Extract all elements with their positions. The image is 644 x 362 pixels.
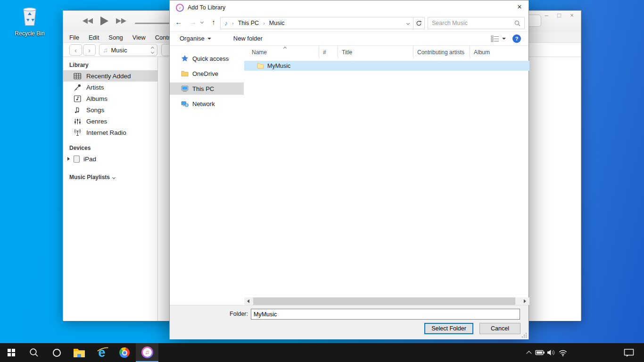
menu-file[interactable]: File [69, 34, 84, 41]
dialog-close-button[interactable]: × [513, 0, 526, 14]
file-list: Name # Title Contributing artists Album [244, 46, 529, 297]
music-playlists-header[interactable]: Music Playlists [69, 174, 157, 181]
itunes-sidebar: Library Recently Added Artists [63, 57, 158, 321]
column-header-album[interactable]: Album [470, 46, 529, 58]
breadcrumb-separator: › [232, 20, 234, 26]
sidebar-item-internet-radio[interactable]: Internet Radio [63, 127, 157, 138]
folder-name-input[interactable] [251, 309, 520, 320]
search-box[interactable] [428, 17, 525, 29]
itunes-taskbar-button[interactable]: ♫ [136, 343, 158, 362]
sidebar-item-albums[interactable]: Albums [63, 93, 157, 104]
close-button[interactable]: × [569, 12, 575, 19]
nav-item-onedrive[interactable]: OneDrive [170, 67, 244, 80]
sidebar-item-artists[interactable]: Artists [63, 82, 157, 93]
this-pc-icon [181, 85, 189, 92]
show-hidden-icons-button[interactable] [524, 343, 534, 362]
refresh-button[interactable] [413, 17, 425, 29]
dialog-navbar: ← → ↑ ♪ › This PC › Music [170, 15, 528, 32]
nav-item-this-pc[interactable]: This PC [170, 82, 244, 95]
battery-icon [535, 348, 545, 357]
folder-label: Folder: [170, 311, 248, 317]
volume-tray-icon[interactable] [546, 343, 556, 362]
star-icon [181, 55, 189, 62]
start-button[interactable] [0, 343, 23, 362]
dialog-left-pane: Quick access OneDrive This PC [170, 46, 244, 297]
caret-down-icon [207, 38, 211, 40]
itunes-forward-button[interactable]: › [83, 44, 96, 56]
menu-edit[interactable]: Edit [84, 34, 104, 41]
organise-button[interactable]: Organise [180, 35, 211, 42]
file-row-mymusic[interactable]: MyMusic [244, 61, 529, 71]
details-view-icon [491, 35, 499, 42]
network-tray-icon[interactable] [557, 343, 569, 362]
back-button[interactable]: ← [173, 18, 184, 26]
menu-song[interactable]: Song [104, 34, 127, 41]
address-bar[interactable]: ♪ › This PC › Music [220, 17, 413, 29]
expander-icon[interactable] [67, 157, 70, 161]
taskbar: e ♫ [0, 343, 644, 362]
column-header-contributing-artists[interactable]: Contributing artists [413, 46, 470, 58]
nav-item-quick-access[interactable]: Quick access [170, 52, 244, 65]
up-button[interactable]: ↑ [208, 18, 219, 26]
file-explorer-button[interactable] [68, 343, 91, 362]
sidebar-item-songs[interactable]: Songs [63, 104, 157, 115]
taskbar-search-button[interactable] [23, 343, 45, 362]
library-header: Library [69, 62, 157, 68]
dialog-toolbar: Organise New folder ? [170, 32, 528, 46]
help-button[interactable]: ? [512, 34, 521, 43]
add-to-library-dialog: ♪ Add To Library × ← → ↑ ♪ › This PC › M… [169, 0, 529, 339]
select-folder-button[interactable]: Select Folder [424, 323, 473, 334]
cortana-button[interactable] [45, 343, 68, 362]
network-icon [181, 100, 189, 107]
search-icon [29, 348, 39, 357]
file-explorer-icon [73, 348, 85, 358]
sidebar-item-recently-added[interactable]: Recently Added [63, 70, 157, 82]
breadcrumb-music[interactable]: Music [269, 20, 285, 26]
play-icon[interactable] [100, 16, 109, 26]
microphone-icon [74, 83, 82, 91]
fast-forward-icon[interactable] [116, 17, 127, 25]
radio-tower-icon [74, 129, 82, 137]
grid-icon [74, 72, 82, 80]
wifi-icon [558, 348, 568, 357]
dialog-title: Add To Library [188, 4, 225, 11]
search-input[interactable] [432, 20, 514, 26]
itunes-dialog-icon: ♪ [176, 4, 184, 12]
view-mode-button[interactable] [491, 35, 506, 42]
scrollbar-thumb[interactable] [253, 297, 515, 305]
recycle-bin-icon [20, 6, 40, 27]
itunes-back-button[interactable]: ‹ [69, 44, 82, 56]
dialog-titlebar: ♪ Add To Library × [170, 0, 528, 15]
dialog-footer: Folder: Select Folder Cancel [170, 305, 528, 339]
address-dropdown-chevron-icon[interactable] [406, 21, 410, 25]
recent-locations-chevron-icon[interactable] [200, 20, 204, 24]
scroll-right-button[interactable] [521, 297, 529, 305]
minimize-button[interactable]: – [543, 12, 550, 19]
sidebar-item-genres[interactable]: Genres [63, 115, 157, 127]
windows-logo-icon [8, 349, 16, 357]
media-picker[interactable]: ♫ Music [99, 44, 157, 56]
battery-tray-icon[interactable] [535, 343, 545, 362]
rewind-icon[interactable] [82, 17, 93, 25]
chrome-button[interactable] [113, 343, 136, 362]
recycle-bin-shortcut[interactable]: Recycle Bin [10, 6, 49, 37]
column-header-number[interactable]: # [319, 46, 338, 58]
column-header-name[interactable]: Name [244, 46, 319, 58]
horizontal-scrollbar[interactable] [244, 297, 529, 305]
nav-item-network[interactable]: Network [170, 98, 244, 110]
maximize-button[interactable]: □ [556, 12, 562, 19]
menu-view[interactable]: View [128, 34, 150, 41]
cancel-button[interactable]: Cancel [479, 323, 520, 334]
chevron-updown-icon [151, 47, 154, 53]
resize-grip[interactable] [522, 333, 527, 337]
new-folder-button[interactable]: New folder [233, 35, 263, 42]
genres-icon [74, 117, 82, 125]
scroll-left-button[interactable] [244, 297, 252, 305]
internet-explorer-button[interactable]: e [91, 343, 113, 362]
action-center-button[interactable] [622, 343, 636, 362]
column-header-title[interactable]: Title [338, 46, 413, 58]
breadcrumb-separator: › [263, 20, 265, 26]
ipad-icon [73, 155, 81, 163]
breadcrumb-this-pc[interactable]: This PC [238, 20, 259, 26]
sidebar-item-ipad[interactable]: iPad [63, 153, 157, 165]
